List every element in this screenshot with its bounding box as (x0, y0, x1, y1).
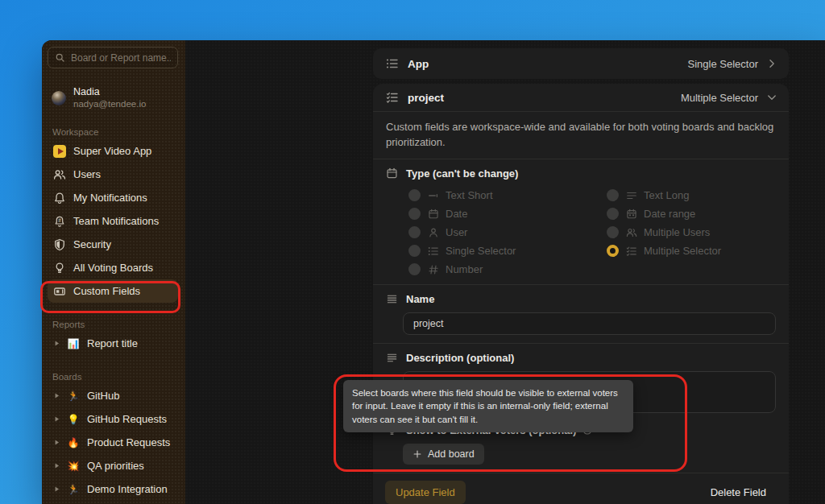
type-options-grid: Text Short Text Long Date (408, 189, 776, 276)
search-input[interactable] (71, 52, 171, 64)
type-option-date: Date (408, 208, 607, 221)
sidebar-item-super-video-app[interactable]: Super Video App (48, 139, 178, 163)
board-emoji-icon: 🏃 (67, 484, 80, 495)
chevron-down-icon (766, 92, 777, 103)
radio-unselected (408, 226, 421, 238)
type-option-multiple-selector: Multiple Selector (607, 245, 776, 258)
type-option-text-long: Text Long (607, 189, 776, 202)
main-panel: App Single Selector project Multiple Sel… (185, 40, 825, 504)
sidebar-item-report-title[interactable]: 📊 Report title (48, 332, 178, 355)
sidebar-item-label: Security (73, 238, 111, 250)
sidebar-item-label: Demo Integration (87, 483, 168, 495)
sidebar-item-product-requests[interactable]: 🔥 Product Requests (48, 431, 178, 454)
field-title: project (408, 92, 681, 104)
text-long-icon (626, 190, 637, 201)
sidebar-item-users[interactable]: Users (48, 163, 178, 186)
caret-right-icon[interactable] (53, 392, 60, 399)
multiple-selector-icon (626, 246, 637, 257)
add-board-label: Add board (428, 448, 475, 460)
list-icon (386, 57, 399, 70)
sidebar-item-label: Users (73, 168, 101, 180)
plus-icon (412, 449, 422, 459)
sidebar-item-label: Product Requests (87, 436, 170, 448)
play-icon (53, 145, 66, 158)
sidebar-item-qa-priorities[interactable]: 💥 QA priorities (48, 454, 178, 477)
board-emoji-icon: 🏃 (67, 390, 80, 402)
field-card-header[interactable]: project Multiple Selector (373, 84, 789, 111)
date-icon (428, 209, 439, 220)
radio-unselected (607, 226, 619, 238)
lightbulb-icon (53, 262, 66, 275)
user-name: Nadia (73, 85, 146, 98)
board-emoji-icon: 💡 (67, 414, 80, 425)
search-box[interactable] (48, 47, 178, 68)
sidebar-item-team-notifications[interactable]: # Team Notifications (48, 209, 178, 233)
sidebar-item-label: Report title (87, 337, 138, 349)
field-row-app[interactable]: App Single Selector (373, 48, 789, 79)
sidebar-item-label: Custom Fields (73, 285, 140, 297)
sidebar-item-github[interactable]: 🏃 GitHub (48, 384, 178, 407)
external-voters-tooltip: Select boards where this field should be… (343, 380, 633, 432)
type-option-label: Date range (644, 208, 695, 220)
section-label-workspace: Workspace (52, 127, 178, 137)
type-option-label: Text Long (644, 189, 689, 201)
svg-text:#: # (58, 217, 61, 223)
sidebar-item-my-notifications[interactable]: My Notifications (48, 186, 178, 209)
user-icon (428, 227, 439, 238)
bell-icon (53, 192, 66, 204)
sidebar-item-label: QA priorities (87, 460, 144, 472)
type-option-text-short: Text Short (408, 189, 607, 202)
avatar (52, 91, 66, 105)
delete-field-button[interactable]: Delete Field (706, 485, 771, 499)
description-section-label: Description (optional) (406, 352, 514, 364)
sidebar-item-demo-integration[interactable]: 🏃 Demo Integration (48, 477, 178, 501)
sidebar: Nadia nadya@tendee.io Workspace Super Vi… (42, 40, 185, 504)
sidebar-item-label: GitHub (87, 390, 119, 402)
type-option-number: Number (408, 263, 607, 276)
caret-right-icon[interactable] (53, 439, 60, 446)
board-emoji-icon: 🔥 (67, 437, 80, 448)
text-short-icon (428, 190, 439, 201)
sidebar-item-all-voting-boards[interactable]: All Voting Boards (48, 256, 178, 279)
search-icon (55, 52, 65, 63)
radio-selected (607, 245, 619, 257)
radio-unselected (408, 245, 421, 257)
update-field-button[interactable]: Update Field (385, 481, 466, 504)
name-section-label: Name (406, 293, 434, 305)
shield-icon (53, 238, 66, 251)
chevron-right-icon (766, 58, 777, 69)
grip-lines-icon (386, 293, 398, 305)
sidebar-item-label: My Notifications (73, 192, 147, 204)
field-type-label: Single Selector (688, 58, 758, 70)
radio-unselected (607, 208, 619, 220)
sidebar-item-label: Super Video App (73, 145, 151, 157)
add-board-button[interactable]: Add board (403, 444, 484, 465)
sidebar-item-github-requests[interactable]: 💡 GitHub Requests (48, 407, 178, 431)
sidebar-item-custom-fields[interactable]: Custom Fields (48, 279, 178, 303)
caret-right-icon[interactable] (53, 462, 60, 469)
type-option-label: Number (446, 263, 483, 275)
single-selector-icon (428, 246, 439, 257)
type-option-multiple-users: Multiple Users (607, 226, 776, 239)
users-icon (626, 227, 637, 238)
section-label-reports: Reports (52, 320, 178, 329)
type-option-label: Multiple Selector (644, 245, 721, 257)
field-type-selector[interactable]: Multiple Selector (681, 92, 777, 104)
date-range-icon (626, 209, 637, 220)
caret-right-icon[interactable] (53, 415, 60, 423)
type-option-date-range: Date range (607, 208, 776, 221)
caret-right-icon[interactable] (53, 340, 60, 347)
name-input[interactable] (403, 312, 776, 335)
card-footer: Update Field Delete Field (373, 473, 789, 504)
checklist-icon (386, 91, 399, 104)
section-label-boards: Boards (52, 372, 178, 382)
user-profile[interactable]: Nadia nadya@tendee.io (52, 85, 178, 110)
field-type-selector[interactable]: Single Selector (688, 58, 777, 70)
caret-right-icon[interactable] (53, 485, 60, 493)
custom-field-icon (53, 285, 66, 298)
field-title: App (408, 58, 688, 70)
sidebar-item-security[interactable]: Security (48, 233, 178, 256)
type-option-label: Date (446, 208, 467, 220)
card-intro-text: Custom fields are workspace-wide and ava… (373, 112, 789, 159)
radio-unselected (408, 263, 421, 275)
